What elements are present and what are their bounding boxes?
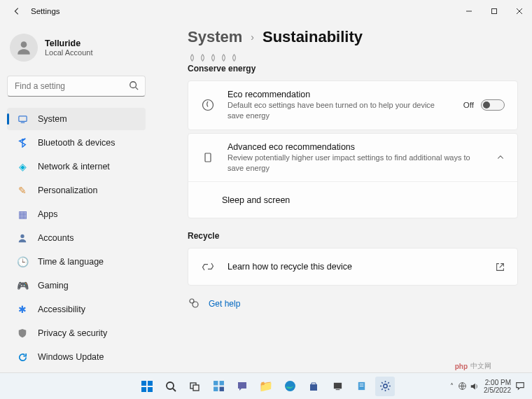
maximize-button[interactable] — [482, 0, 507, 22]
close-button[interactable] — [507, 0, 532, 22]
help-link[interactable]: Get help — [209, 299, 240, 309]
profile-block[interactable]: Telluride Local Account — [7, 25, 146, 74]
chevron-right-icon: › — [251, 31, 254, 43]
card-title: Learn how to recycle this device — [227, 262, 483, 272]
sidebar-item-bluetooth[interactable]: Bluetooth & devices — [7, 132, 146, 154]
svg-point-10 — [203, 100, 214, 111]
sidebar-item-label: Network & internet — [38, 162, 110, 172]
task-view-icon[interactable] — [185, 377, 204, 396]
card-eco-recommendation: Eco recommendation Default eco settings … — [188, 80, 518, 130]
sidebar-item-label: Personalization — [38, 186, 97, 195]
profile-name: Telluride — [45, 38, 93, 48]
sidebar-item-label: Accounts — [38, 233, 74, 243]
shield-icon — [17, 328, 28, 339]
svg-line-6 — [136, 88, 139, 90]
taskbar-search-icon[interactable] — [161, 377, 181, 396]
svg-line-19 — [173, 388, 176, 391]
breadcrumb-parent[interactable]: System — [188, 28, 242, 46]
chevron-up-icon — [496, 153, 505, 162]
svg-rect-23 — [219, 381, 223, 385]
sidebar-item-label: Gaming — [38, 281, 69, 290]
card-title: Advanced eco recommendations — [227, 142, 484, 152]
card-recycle: Learn how to recycle this device — [188, 248, 518, 286]
sidebar-item-time[interactable]: 🕒 Time & language — [7, 251, 146, 273]
edge-icon[interactable] — [280, 377, 300, 396]
svg-rect-25 — [219, 387, 223, 391]
card-subtitle: Default eco settings have been turned on… — [227, 100, 451, 121]
avatar — [10, 34, 38, 62]
page-title: Sustainability — [262, 28, 363, 46]
store-icon[interactable] — [304, 377, 323, 396]
content-area: System › Sustainability Conserve energy … — [153, 22, 532, 372]
minimize-button[interactable] — [456, 0, 482, 22]
sidebar-item-system[interactable]: System — [7, 108, 146, 130]
leaf-icon — [188, 53, 197, 62]
sidebar-item-accounts[interactable]: Accounts — [7, 227, 146, 249]
row-eco-recommendation[interactable]: Eco recommendation Default eco settings … — [188, 81, 517, 130]
chat-icon[interactable] — [232, 377, 252, 396]
external-link-icon — [496, 262, 505, 272]
app-title: Settings — [31, 7, 60, 15]
search-container — [7, 76, 146, 97]
card-advanced-eco: Advanced eco recommendations Review pote… — [188, 133, 518, 219]
row-recycle-link[interactable]: Learn how to recycle this device — [188, 248, 517, 285]
widgets-icon[interactable] — [209, 377, 228, 396]
window-controls — [456, 0, 532, 22]
svg-rect-17 — [148, 387, 153, 392]
start-button[interactable] — [137, 377, 157, 396]
accessibility-icon: ✱ — [17, 304, 28, 315]
svg-rect-11 — [205, 153, 211, 162]
eco-leaves-indicator — [188, 53, 518, 62]
app-icon[interactable] — [328, 377, 347, 396]
row-sleep-screen[interactable]: Sleep and screen — [188, 181, 517, 218]
sidebar-item-network[interactable]: ◈ Network & internet — [7, 155, 146, 178]
eco-toggle[interactable] — [481, 99, 505, 111]
sidebar-item-label: Windows Update — [38, 352, 104, 362]
svg-rect-16 — [141, 387, 146, 392]
apps-icon: ▦ — [17, 209, 28, 220]
sidebar-item-privacy[interactable]: Privacy & security — [7, 322, 146, 344]
leaf-icon — [198, 53, 207, 62]
card-title: Eco recommendation — [227, 90, 451, 99]
network-status-icon — [458, 382, 467, 391]
sidebar-item-personalization[interactable]: ✎ Personalization — [7, 179, 146, 202]
explorer-icon[interactable]: 📁 — [256, 377, 276, 396]
sidebar-item-label: System — [38, 114, 67, 124]
svg-rect-28 — [335, 389, 340, 390]
titlebar: Settings — [0, 0, 532, 22]
notification-icon[interactable] — [515, 381, 525, 392]
sidebar-item-accessibility[interactable]: ✱ Accessibility — [7, 298, 146, 321]
row-advanced-eco[interactable]: Advanced eco recommendations Review pote… — [188, 134, 517, 182]
eco-icon — [201, 98, 215, 112]
sidebar: Telluride Local Account System Bluetooth… — [0, 22, 153, 372]
wifi-icon: ◈ — [17, 161, 28, 172]
sidebar-item-apps[interactable]: ▦ Apps — [7, 203, 146, 225]
search-input[interactable] — [7, 76, 146, 97]
clock[interactable]: 2:00 PM 2/5/2022 — [484, 379, 511, 394]
svg-rect-27 — [333, 383, 341, 388]
system-tray[interactable]: ˄ 2:00 PM 2/5/2022 — [450, 379, 532, 394]
leaf-icon — [219, 53, 228, 62]
taskbar: 📁 ˄ 2:00 PM 2/5/2022 — [0, 372, 532, 399]
help-row[interactable]: Get help — [188, 297, 518, 310]
settings-taskbar-icon[interactable] — [375, 377, 395, 396]
tray-chevron-icon[interactable]: ˄ — [450, 382, 454, 390]
sidebar-item-update[interactable]: Windows Update — [7, 346, 146, 368]
sidebar-item-label: Accessibility — [38, 304, 85, 314]
leaf-icon — [230, 53, 239, 62]
app-icon[interactable] — [351, 377, 371, 396]
svg-rect-1 — [492, 9, 497, 14]
sidebar-item-gaming[interactable]: 🎮 Gaming — [7, 274, 146, 297]
system-icon — [17, 113, 28, 125]
search-icon — [129, 80, 139, 90]
sidebar-item-label: Bluetooth & devices — [38, 138, 115, 148]
svg-point-5 — [130, 82, 136, 88]
svg-point-9 — [20, 234, 24, 238]
globe-icon: 🕒 — [17, 256, 28, 267]
svg-point-26 — [285, 381, 295, 391]
back-button[interactable] — [7, 1, 27, 21]
svg-rect-24 — [214, 387, 218, 391]
svg-rect-22 — [214, 381, 218, 385]
tray-status-icons[interactable] — [458, 382, 479, 391]
profile-subtitle: Local Account — [45, 48, 93, 57]
